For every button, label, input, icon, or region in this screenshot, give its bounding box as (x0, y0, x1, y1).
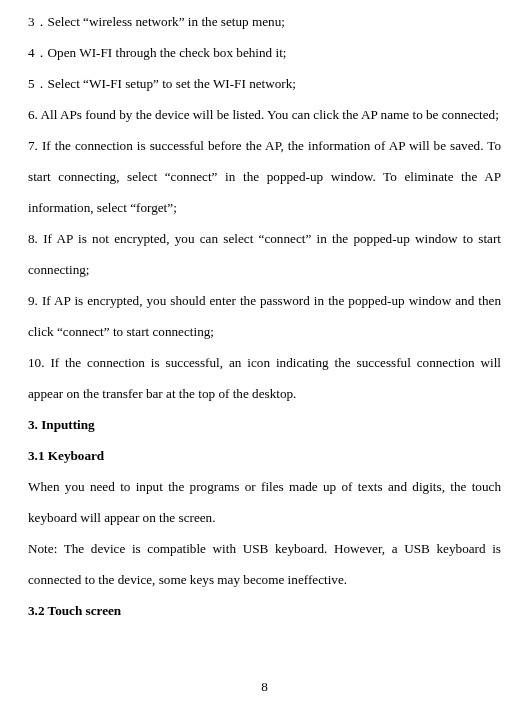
keyboard-note-text: Note: The device is compatible with USB … (28, 533, 501, 595)
step-7: 7. If the connection is successful befor… (28, 130, 501, 223)
step-6: 6. All APs found by the device will be l… (28, 99, 501, 130)
step-10: 10. If the connection is successful, an … (28, 347, 501, 409)
heading-keyboard: 3.1 Keyboard (28, 440, 501, 471)
step-4: 4．Open WI-FI through the check box behin… (28, 37, 501, 68)
heading-inputting: 3. Inputting (28, 409, 501, 440)
heading-touchscreen: 3.2 Touch screen (28, 595, 501, 626)
page-number: 8 (0, 679, 529, 695)
step-9: 9. If AP is encrypted, you should enter … (28, 285, 501, 347)
document-page: 3．Select “wireless network” in the setup… (0, 0, 529, 711)
step-3: 3．Select “wireless network” in the setup… (28, 6, 501, 37)
step-5: 5．Select “WI-FI setup” to set the WI-FI … (28, 68, 501, 99)
keyboard-intro-text: When you need to input the programs or f… (28, 471, 501, 533)
step-8: 8. If AP is not encrypted, you can selec… (28, 223, 501, 285)
